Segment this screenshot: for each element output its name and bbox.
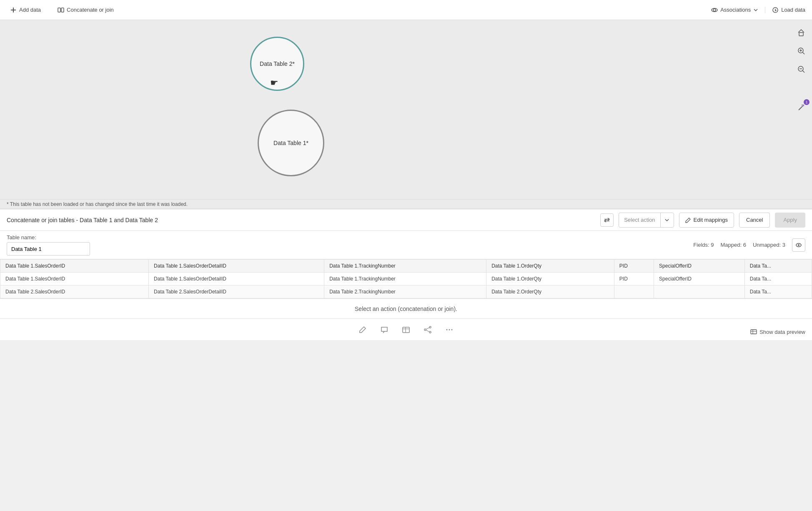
table-row: Data Table 2.SalesOrderID Data Table 2.S…: [0, 286, 812, 298]
svg-line-26: [426, 328, 429, 329]
magic-button[interactable]: 1: [794, 100, 809, 115]
add-data-button[interactable]: Add data: [7, 5, 44, 15]
svg-rect-2: [58, 8, 60, 12]
zoom-out-icon: [797, 65, 805, 73]
preview-eye-button[interactable]: [792, 238, 805, 252]
edit-mappings-button[interactable]: Edit mappings: [679, 213, 734, 228]
join-panel: Concatenate or join tables - Data Table …: [0, 209, 812, 298]
bottom-icon-chat[interactable]: [380, 326, 388, 334]
select-action-wrapper: Select action: [619, 213, 674, 228]
footnote: * This table has not been loaded or has …: [0, 199, 812, 209]
col-header-1: Data Table 1.SalesOrderDetailID: [149, 260, 324, 273]
svg-point-4: [713, 9, 716, 11]
fields-count: Fields: 9: [693, 242, 714, 248]
data-table-1-node[interactable]: Data Table 1*: [258, 110, 324, 176]
mapped-count: Mapped: 6: [721, 242, 746, 248]
table-name-input[interactable]: [7, 242, 90, 256]
svg-rect-31: [751, 330, 757, 334]
concatenate-icon: [58, 7, 64, 13]
show-data-preview-label: Show data preview: [759, 329, 805, 335]
more-icon: [445, 326, 454, 334]
svg-rect-7: [799, 33, 803, 36]
cell-1-2: Data Table 2.TrackingNumber: [324, 286, 486, 298]
table-name-label: Table name:: [7, 234, 90, 240]
join-header: Concatenate or join tables - Data Table …: [0, 209, 812, 231]
cell-1-1: Data Table 2.SalesOrderDetailID: [149, 286, 324, 298]
svg-line-9: [803, 53, 805, 55]
badge-count: 1: [804, 99, 809, 105]
col-header-5: SpecialOfferID: [654, 260, 745, 273]
select-action-label: Select action: [619, 217, 660, 223]
cell-1-6: Data Ta...: [744, 286, 812, 298]
col-header-3: Data Table 1.OrderQty: [486, 260, 614, 273]
bottom-icon-share[interactable]: [424, 326, 432, 334]
swap-button[interactable]: [600, 213, 614, 227]
svg-rect-20: [403, 327, 409, 333]
status-bar: Select an action (concatenation or join)…: [0, 298, 812, 318]
cell-0-5: SpecialOfferID: [654, 273, 745, 286]
bottom-toolbar: Show data preview: [0, 318, 812, 340]
cell-0-1: Data Table 1.SalesOrderDetailID: [149, 273, 324, 286]
bottom-icon-more[interactable]: [445, 326, 454, 334]
chevron-down-icon: [753, 8, 758, 13]
col-header-0: Data Table 1.SalesOrderID: [0, 260, 149, 273]
share-icon: [424, 326, 432, 334]
select-action-dropdown[interactable]: [660, 213, 674, 228]
svg-point-19: [798, 244, 799, 246]
svg-point-25: [429, 331, 431, 333]
home-icon: [797, 28, 805, 37]
cell-0-0: Data Table 1.SalesOrderID: [0, 273, 149, 286]
zoom-out-button[interactable]: [794, 62, 809, 77]
svg-line-15: [799, 106, 803, 110]
svg-point-29: [449, 329, 450, 330]
right-sidebar: 1: [790, 20, 812, 199]
table-icon: [402, 326, 410, 334]
load-data-button[interactable]: Load data: [765, 7, 805, 13]
dropdown-chevron-icon: [664, 218, 669, 223]
add-icon: [10, 7, 17, 13]
data-table-2-node[interactable]: Data Table 2*: [250, 37, 304, 91]
cell-0-3: Data Table 1.OrderQty: [486, 273, 614, 286]
status-message: Select an action (concatenation or join)…: [355, 306, 457, 312]
top-toolbar: Add data Concatenate or join Association…: [0, 0, 812, 20]
edit-icon: [685, 217, 691, 223]
wand-icon: [797, 103, 805, 112]
table-row: Data Table 1.SalesOrderID Data Table 1.S…: [0, 273, 812, 286]
fields-info: Fields: 9 Mapped: 6 Unmapped: 3: [693, 238, 805, 252]
bottom-icon-pencil[interactable]: [358, 326, 367, 334]
swap-icon: [604, 217, 610, 223]
apply-button[interactable]: Apply: [775, 213, 805, 228]
cancel-button[interactable]: Cancel: [739, 213, 770, 228]
concatenate-join-button[interactable]: Concatenate or join: [54, 5, 117, 15]
unmapped-count: Unmapped: 3: [753, 242, 785, 248]
join-title: Concatenate or join tables - Data Table …: [7, 217, 595, 223]
col-header-2: Data Table 1.TrackingNumber: [324, 260, 486, 273]
col-header-6: Data Ta...: [744, 260, 812, 273]
chat-icon: [380, 326, 388, 334]
associations-button[interactable]: Associations: [711, 7, 758, 13]
table-name-row: Table name: Fields: 9 Mapped: 6 Unmapped…: [0, 231, 812, 259]
data-table-wrapper: Data Table 1.SalesOrderID Data Table 1.S…: [0, 259, 812, 298]
load-icon: [772, 7, 779, 13]
svg-line-27: [426, 330, 429, 332]
col-header-4: PID: [614, 260, 654, 273]
cell-1-0: Data Table 2.SalesOrderID: [0, 286, 149, 298]
cell-0-6: Data Ta...: [744, 273, 812, 286]
svg-point-28: [446, 329, 448, 330]
svg-point-30: [451, 329, 453, 330]
cell-1-3: Data Table 2.OrderQty: [486, 286, 614, 298]
cell-0-2: Data Table 1.TrackingNumber: [324, 273, 486, 286]
bottom-icon-table[interactable]: [402, 326, 410, 334]
cell-1-4: [614, 286, 654, 298]
svg-point-24: [429, 326, 431, 328]
home-button[interactable]: [794, 25, 809, 40]
zoom-in-icon: [797, 47, 805, 55]
pencil-icon: [358, 326, 367, 334]
svg-line-13: [803, 71, 805, 73]
canvas-area: Data Table 2* ☛ Data Table 1* 1: [0, 20, 812, 199]
show-data-preview-button[interactable]: Show data preview: [750, 328, 805, 335]
mapping-table: Data Table 1.SalesOrderID Data Table 1.S…: [0, 259, 812, 298]
zoom-in-button[interactable]: [794, 43, 809, 58]
svg-rect-3: [61, 8, 64, 12]
cell-1-5: [654, 286, 745, 298]
